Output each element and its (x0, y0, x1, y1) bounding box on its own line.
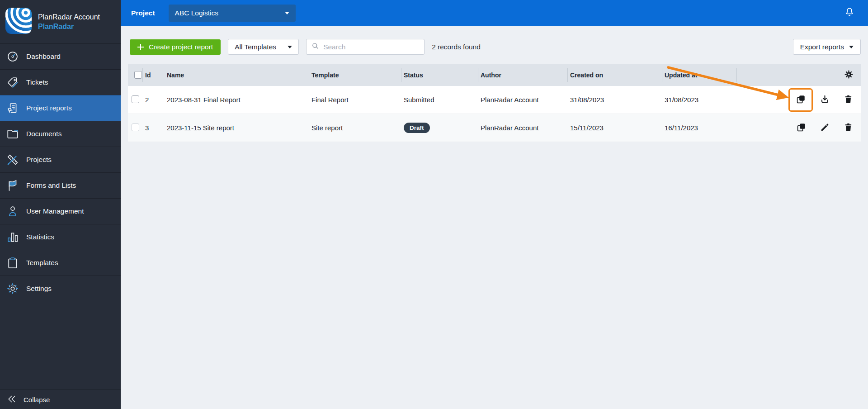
sidebar-item-tickets[interactable]: Tickets (0, 69, 121, 95)
create-project-report-button[interactable]: Create project report (130, 39, 221, 55)
download-report-button[interactable] (813, 88, 836, 112)
download-icon (820, 95, 830, 105)
project-selector[interactable]: ABC Logistics (169, 5, 296, 22)
sidebar-nav: Dashboard Tickets Project reports Docume… (0, 43, 121, 390)
planradar-logo-icon (5, 8, 32, 36)
sidebar: PlanRadar Account PlanRadar Dashboard Ti… (0, 0, 121, 409)
create-button-label: Create project report (149, 43, 213, 51)
column-header-status[interactable]: Status (401, 64, 478, 86)
sidebar-item-settings[interactable]: Settings (0, 276, 121, 301)
chevron-down-icon (849, 46, 854, 48)
delete-report-button[interactable] (836, 116, 860, 140)
sidebar-item-label: Documents (26, 130, 61, 138)
tag-icon (6, 76, 19, 89)
main-area: Project ABC Logistics Create project rep… (121, 0, 868, 409)
brand-text: PlanRadar Account PlanRadar (38, 12, 100, 32)
status-badge: Draft (404, 123, 430, 133)
sidebar-item-forms-and-lists[interactable]: Forms and Lists (0, 172, 121, 198)
sidebar-item-statistics[interactable]: Statistics (0, 224, 121, 250)
report-stamp-icon (6, 101, 19, 115)
sidebar-item-dashboard[interactable]: Dashboard (0, 43, 121, 69)
notifications-button[interactable] (843, 6, 856, 20)
row-checkbox[interactable] (132, 95, 139, 103)
table-row: 2 2023-08-31 Final Report Final Report S… (128, 86, 861, 114)
cell-status: Submitted (401, 96, 478, 104)
sidebar-item-label: Statistics (26, 233, 54, 241)
double-chevron-left-icon (7, 394, 17, 405)
cell-id: 2 (142, 96, 164, 104)
copy-icon (796, 95, 806, 105)
sidebar-item-label: Project reports (26, 104, 72, 112)
bell-icon (844, 7, 855, 19)
gauge-icon (6, 50, 19, 63)
sidebar-item-label: User Management (26, 207, 84, 215)
column-header-author[interactable]: Author (478, 64, 567, 86)
trash-icon (844, 95, 853, 105)
project-label: Project (131, 9, 155, 17)
cell-name: 2023-08-31 Final Report (164, 96, 309, 104)
cell-template: Final Report (309, 96, 401, 104)
search-input[interactable] (323, 43, 420, 51)
sidebar-item-label: Projects (26, 156, 52, 164)
sidebar-collapse-button[interactable]: Collapse (0, 390, 121, 409)
copy-report-button[interactable] (789, 116, 813, 140)
row-actions (736, 88, 861, 112)
account-switcher[interactable]: PlanRadar Account PlanRadar (0, 0, 121, 43)
edit-report-button[interactable] (813, 116, 836, 140)
sidebar-item-projects[interactable]: Projects (0, 147, 121, 172)
cell-id: 3 (142, 124, 164, 132)
column-header-name[interactable]: Name (164, 64, 309, 86)
column-header-template[interactable]: Template (309, 64, 401, 86)
clipboard-icon (6, 256, 19, 270)
cell-author: PlanRadar Account (478, 124, 567, 132)
toolbar: Create project report All Templates 2 re… (130, 39, 861, 55)
select-all-checkbox[interactable] (134, 71, 142, 79)
row-checkbox[interactable] (132, 124, 139, 131)
search-box (306, 39, 425, 55)
cell-name: 2023-11-15 Site report (164, 124, 309, 132)
table-settings-button[interactable] (843, 69, 854, 81)
cell-updated-at: 31/08/2023 (662, 96, 736, 104)
sidebar-item-label: Tickets (26, 78, 48, 86)
sidebar-item-templates[interactable]: Templates (0, 250, 121, 276)
delete-report-button[interactable] (836, 88, 860, 112)
sidebar-item-label: Templates (26, 259, 58, 267)
sidebar-item-label: Dashboard (26, 52, 61, 61)
bar-chart-icon (6, 230, 19, 244)
topbar: Project ABC Logistics (121, 0, 868, 26)
cell-created-on: 31/08/2023 (567, 96, 662, 104)
cell-created-on: 15/11/2023 (567, 124, 662, 132)
project-reports-table: Id Name Template Status Author Created o… (128, 64, 861, 142)
flag-icon (6, 179, 19, 192)
sidebar-item-project-reports[interactable]: Project reports (0, 95, 121, 121)
sidebar-item-label: Forms and Lists (26, 181, 76, 190)
column-header-updated-at[interactable]: Updated at (662, 64, 736, 86)
cell-updated-at: 16/11/2023 (662, 124, 736, 132)
project-selector-value: ABC Logistics (175, 9, 218, 17)
sidebar-item-label: Settings (26, 285, 52, 293)
sidebar-item-user-management[interactable]: User Management (0, 198, 121, 224)
collapse-label: Collapse (24, 396, 50, 404)
plus-icon (137, 44, 144, 50)
account-name: PlanRadar Account (38, 12, 100, 22)
ruler-pencil-icon (6, 153, 19, 166)
gear-icon (6, 282, 19, 295)
trash-icon (844, 123, 853, 133)
annotation-highlight-box (788, 88, 813, 112)
cell-author: PlanRadar Account (478, 96, 567, 104)
gear-icon (844, 70, 854, 81)
copy-icon (797, 123, 806, 133)
records-found-count: 2 records found (432, 43, 481, 51)
column-header-id[interactable]: Id (142, 64, 164, 86)
template-filter-select[interactable]: All Templates (228, 39, 299, 55)
planradar-app: PlanRadar Account PlanRadar Dashboard Ti… (0, 0, 868, 409)
brand-name: PlanRadar (38, 22, 100, 32)
copy-report-button[interactable] (790, 88, 811, 112)
column-header-created-on[interactable]: Created on (567, 64, 662, 86)
cell-template: Site report (309, 124, 401, 132)
folder-icon (6, 127, 19, 141)
sidebar-item-documents[interactable]: Documents (0, 121, 121, 147)
template-filter-value: All Templates (235, 43, 276, 51)
export-reports-button[interactable]: Export reports (793, 39, 861, 55)
search-icon (311, 42, 320, 52)
